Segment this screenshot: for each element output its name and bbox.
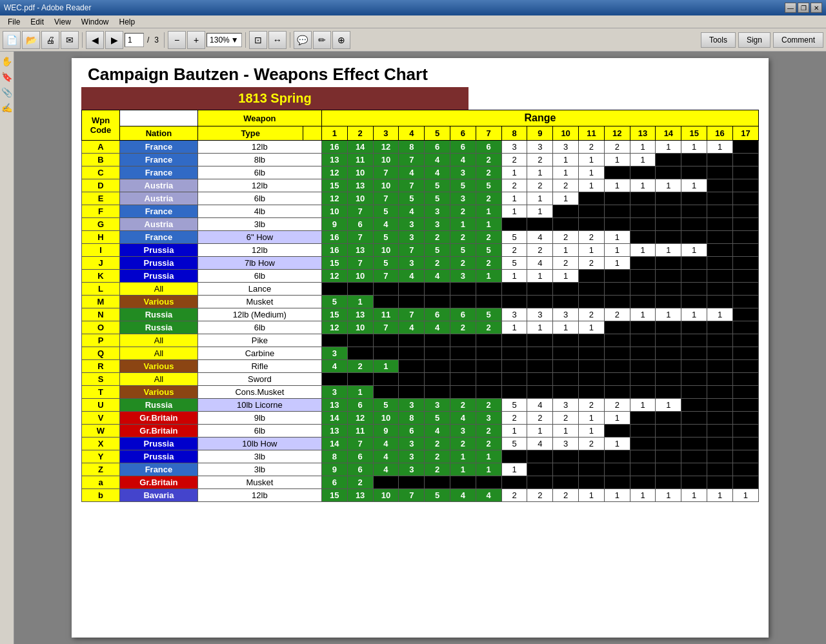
weapon-cell: 9lb	[197, 412, 321, 425]
value-cell	[681, 386, 707, 399]
sidebar-sign-icon[interactable]: ✍	[1, 101, 13, 115]
value-cell: 1	[553, 321, 579, 334]
menu-window[interactable]: Window	[76, 16, 114, 28]
menu-view[interactable]: View	[49, 16, 76, 28]
header-range: Range	[321, 110, 758, 126]
value-cell	[656, 296, 681, 308]
value-cell: 7	[399, 489, 425, 502]
open-button[interactable]: 📂	[22, 31, 40, 49]
code-cell: G	[82, 218, 120, 231]
code-cell: W	[82, 425, 120, 438]
value-cell: 5	[501, 399, 527, 412]
minimize-button[interactable]: —	[785, 3, 796, 13]
value-cell: 2	[553, 489, 579, 502]
menu-file[interactable]: File	[3, 16, 25, 28]
fit-page-button[interactable]: ⊡	[249, 31, 267, 49]
value-cell: 2	[476, 257, 501, 270]
value-cell: 2	[450, 438, 476, 450]
value-cell: 2	[527, 412, 553, 425]
next-page-button[interactable]: ▶	[105, 31, 123, 49]
new-button[interactable]: 📄	[3, 31, 21, 49]
value-cell	[732, 218, 758, 231]
pdf-area[interactable]: Campaign Bautzen - Weapons Effect Chart …	[14, 52, 826, 644]
nation-cell: Prussia	[120, 257, 198, 270]
zoom-in-button[interactable]: +	[187, 31, 205, 49]
snapshot-button[interactable]: ⊕	[332, 31, 350, 49]
print-button[interactable]: 🖨	[41, 31, 59, 49]
value-cell: 7	[399, 308, 425, 321]
value-cell: 2	[579, 308, 605, 321]
value-cell: 2	[501, 179, 527, 192]
value-cell: 1	[656, 308, 681, 321]
page-input[interactable]: 1	[125, 33, 144, 47]
value-cell	[553, 450, 579, 463]
value-cell	[732, 154, 758, 166]
zoom-display[interactable]: 130% ▼	[206, 33, 242, 47]
value-cell: 4	[476, 489, 501, 502]
value-cell	[527, 296, 553, 308]
value-cell: 3	[321, 386, 347, 399]
comment-button[interactable]: 💬	[294, 31, 312, 49]
zoom-out-button[interactable]: −	[168, 31, 186, 49]
value-cell	[681, 296, 707, 308]
comment-button-right[interactable]: Comment	[773, 32, 823, 48]
weapon-cell: 7lb How	[197, 257, 321, 270]
value-cell	[373, 283, 399, 296]
menu-help[interactable]: Help	[114, 16, 141, 28]
sign-button[interactable]: Sign	[738, 32, 771, 48]
value-cell	[656, 334, 681, 347]
value-cell	[707, 321, 733, 334]
value-cell: 4	[321, 360, 347, 373]
code-cell: O	[82, 321, 120, 334]
value-cell	[579, 463, 605, 476]
value-cell	[656, 425, 681, 438]
value-cell: 10	[347, 166, 373, 179]
weapon-cell: Musket	[197, 476, 321, 489]
value-cell: 5	[476, 308, 501, 321]
value-cell	[656, 192, 681, 205]
close-button[interactable]: ✕	[811, 3, 822, 13]
value-cell	[399, 386, 425, 399]
value-cell	[707, 463, 733, 476]
table-row: EAustria6lb121075532111	[82, 192, 759, 205]
nation-cell: All	[120, 283, 198, 296]
value-cell: 1	[604, 257, 630, 270]
value-cell	[450, 476, 476, 489]
menu-edit[interactable]: Edit	[25, 16, 49, 28]
value-cell	[707, 296, 733, 308]
sidebar-hand-icon[interactable]: ✋	[1, 54, 13, 68]
value-cell: 10	[347, 192, 373, 205]
value-cell	[321, 373, 347, 386]
value-cell: 3	[527, 308, 553, 321]
value-cell: 9	[321, 463, 347, 476]
value-cell	[707, 166, 733, 179]
value-cell: 5	[450, 244, 476, 257]
tools-button[interactable]: Tools	[701, 32, 736, 48]
value-cell: 2	[501, 154, 527, 166]
value-cell: 3	[527, 141, 553, 154]
fit-width-button[interactable]: ↔	[268, 31, 287, 49]
value-cell	[450, 283, 476, 296]
table-row: YPrussia3lb8643211	[82, 450, 759, 463]
weapon-cell: 12lb	[197, 244, 321, 257]
value-cell	[579, 283, 605, 296]
value-cell: 16	[321, 231, 347, 244]
range-3: 3	[373, 126, 399, 141]
value-cell	[681, 218, 707, 231]
sidebar-bookmark-icon[interactable]: 🔖	[1, 70, 13, 84]
value-cell: 5	[373, 205, 399, 218]
value-cell	[656, 321, 681, 334]
sidebar-attach-icon[interactable]: 📎	[1, 85, 13, 99]
value-cell	[681, 412, 707, 425]
header-nation-blank	[120, 110, 198, 126]
markup-button[interactable]: ✏	[313, 31, 331, 49]
value-cell	[476, 386, 501, 399]
value-cell: 2	[527, 154, 553, 166]
value-cell	[630, 438, 656, 450]
email-button[interactable]: ✉	[61, 31, 79, 49]
value-cell	[656, 154, 681, 166]
prev-page-button[interactable]: ◀	[86, 31, 104, 49]
value-cell	[450, 347, 476, 360]
table-row: LAllLance	[82, 283, 759, 296]
maximize-button[interactable]: ❐	[798, 3, 809, 13]
